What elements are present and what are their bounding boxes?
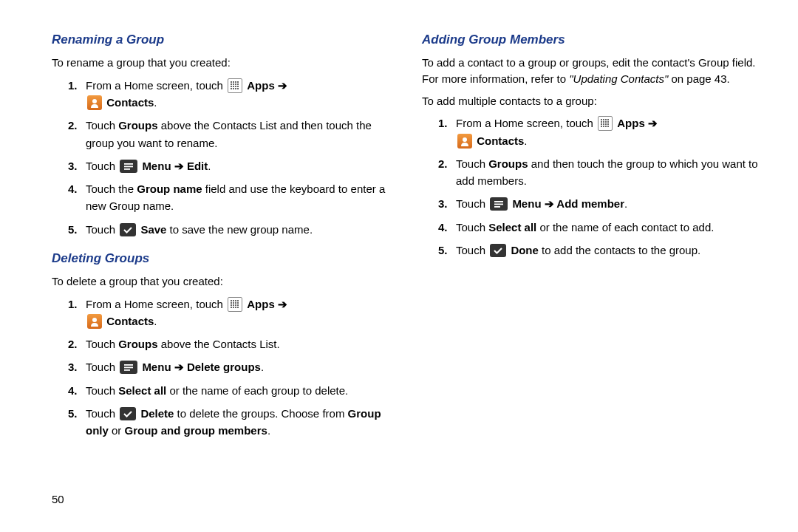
text: From a Home screen, touch xyxy=(86,79,226,92)
svg-rect-33 xyxy=(233,307,234,308)
svg-rect-5 xyxy=(233,83,234,85)
svg-rect-34 xyxy=(235,307,236,308)
svg-rect-37 xyxy=(124,364,133,366)
svg-rect-14 xyxy=(235,88,236,89)
select-all-label: Select all xyxy=(118,384,166,397)
svg-rect-58 xyxy=(494,204,503,205)
svg-rect-28 xyxy=(231,304,232,306)
step-body: Touch Menu ➔ Add member. xyxy=(456,195,763,212)
add-member-label: Add member xyxy=(556,197,624,210)
list-item: 3. Touch Menu ➔ Add member. xyxy=(438,195,763,212)
svg-rect-52 xyxy=(601,126,602,127)
svg-rect-32 xyxy=(231,307,232,308)
svg-rect-30 xyxy=(235,304,236,306)
step-number: 3. xyxy=(68,358,86,375)
step-number: 4. xyxy=(438,219,456,236)
step-body: Touch Delete to delete the groups. Choos… xyxy=(86,405,392,440)
apps-label: Apps xyxy=(617,117,645,129)
text: Touch xyxy=(86,384,118,397)
heading-renaming-group: Renaming a Group xyxy=(52,33,392,47)
step-body: Touch the Group name field and use the k… xyxy=(86,180,392,215)
list-item: 1. From a Home screen, touch Apps ➔ Cont… xyxy=(68,296,392,330)
text: to save the new group name. xyxy=(166,223,313,236)
step-number: 2. xyxy=(438,155,456,172)
intro-renaming: To rename a group that you created: xyxy=(52,55,392,71)
step-body: Touch Groups above the Contacts List. xyxy=(86,335,392,352)
step-number: 1. xyxy=(68,296,86,313)
step-body: Touch Menu ➔ Delete groups. xyxy=(86,358,392,375)
text: Touch xyxy=(456,221,488,233)
svg-rect-50 xyxy=(605,123,607,125)
svg-rect-9 xyxy=(233,86,234,87)
list-item: 2. Touch Groups above the Contacts List … xyxy=(68,117,392,151)
svg-rect-8 xyxy=(231,86,232,87)
arrow: ➔ xyxy=(171,160,187,172)
svg-rect-59 xyxy=(494,206,500,208)
step-body: Touch Select all or the name of each gro… xyxy=(86,382,392,399)
contacts-label: Contacts xyxy=(106,315,154,327)
group-name-label: Group name xyxy=(137,183,202,195)
svg-rect-38 xyxy=(124,367,133,369)
step-number: 5. xyxy=(68,221,86,238)
edit-label: Edit xyxy=(187,160,208,172)
check-icon xyxy=(120,407,136,420)
svg-rect-55 xyxy=(607,126,609,127)
step-number: 1. xyxy=(68,77,86,94)
list-item: 5. Touch Done to add the contacts to the… xyxy=(438,242,763,259)
text: . xyxy=(154,315,157,327)
menu-icon xyxy=(490,197,508,211)
svg-rect-7 xyxy=(237,83,239,85)
left-column: Renaming a Group To rename a group that … xyxy=(52,30,392,445)
svg-rect-35 xyxy=(237,307,239,308)
text: . xyxy=(261,361,264,373)
contacts-icon xyxy=(457,134,472,149)
svg-rect-43 xyxy=(607,119,609,120)
step-number: 2. xyxy=(68,335,86,352)
apps-label: Apps xyxy=(247,79,275,92)
list-item: 1. From a Home screen, touch Apps ➔ Cont… xyxy=(68,77,392,112)
svg-rect-51 xyxy=(607,123,609,125)
delete-label: Delete xyxy=(140,407,174,420)
done-label: Done xyxy=(511,244,539,256)
groups-label: Groups xyxy=(118,119,157,132)
svg-rect-47 xyxy=(607,121,609,123)
step-number: 3. xyxy=(438,195,456,212)
heading-deleting-groups: Deleting Groups xyxy=(52,251,392,266)
text: . xyxy=(154,96,157,109)
svg-rect-48 xyxy=(601,123,602,125)
select-all-label: Select all xyxy=(488,221,536,233)
heading-adding-members: Adding Group Members xyxy=(422,33,763,47)
svg-rect-40 xyxy=(601,119,602,120)
text: or xyxy=(109,424,125,437)
text: Touch xyxy=(86,119,118,132)
svg-rect-13 xyxy=(233,88,234,89)
delete-groups-label: Delete groups xyxy=(187,361,261,373)
svg-rect-6 xyxy=(235,83,236,85)
text: Touch xyxy=(456,244,488,256)
text: to add the contacts to the group. xyxy=(539,244,700,256)
cross-reference: "Updating Contacts" xyxy=(569,72,668,85)
list-adding: 1. From a Home screen, touch Apps ➔ Cont… xyxy=(422,115,763,259)
svg-rect-3 xyxy=(237,81,239,83)
svg-rect-4 xyxy=(231,83,232,85)
text: From a Home screen, touch xyxy=(456,117,596,129)
menu-icon xyxy=(120,361,137,374)
svg-rect-39 xyxy=(124,369,130,371)
svg-rect-45 xyxy=(603,121,604,123)
text: . xyxy=(267,424,270,437)
list-deleting: 1. From a Home screen, touch Apps ➔ Cont… xyxy=(52,296,392,440)
svg-rect-10 xyxy=(235,86,236,87)
step-number: 2. xyxy=(68,117,86,134)
step-number: 4. xyxy=(68,382,86,399)
svg-rect-53 xyxy=(603,126,604,127)
groups-label: Groups xyxy=(118,338,157,350)
check-icon xyxy=(490,244,506,257)
step-body: Touch Groups above the Contacts List and… xyxy=(86,117,392,151)
list-item: 1. From a Home screen, touch Apps ➔ Cont… xyxy=(438,115,763,149)
svg-rect-49 xyxy=(603,123,604,125)
list-item: 3. Touch Menu ➔ Edit. xyxy=(68,157,392,174)
text: Touch xyxy=(456,197,488,210)
step-body: Touch Groups and then touch the group to… xyxy=(456,155,763,190)
contacts-icon xyxy=(87,314,102,329)
list-item: 2. Touch Groups and then touch the group… xyxy=(438,155,763,190)
